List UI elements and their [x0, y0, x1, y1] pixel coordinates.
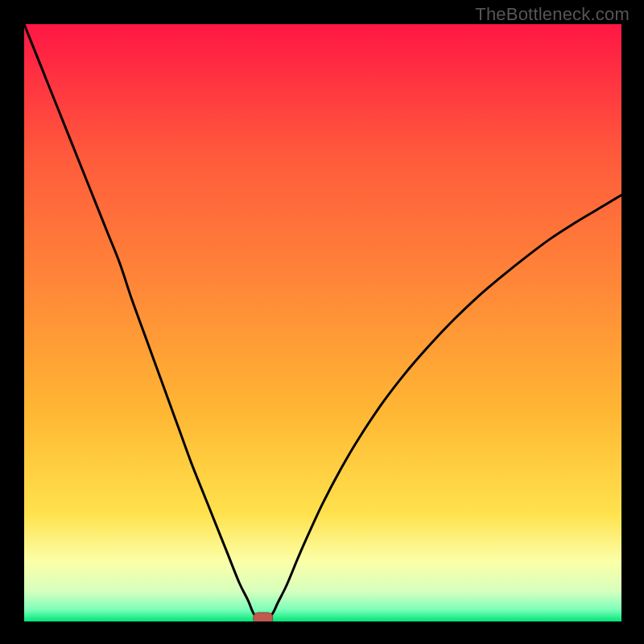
optimum-marker	[254, 613, 273, 621]
chart-frame	[24, 24, 621, 621]
bottleneck-chart	[24, 24, 621, 621]
gradient-background	[24, 24, 621, 621]
watermark-text: TheBottleneck.com	[475, 4, 630, 25]
